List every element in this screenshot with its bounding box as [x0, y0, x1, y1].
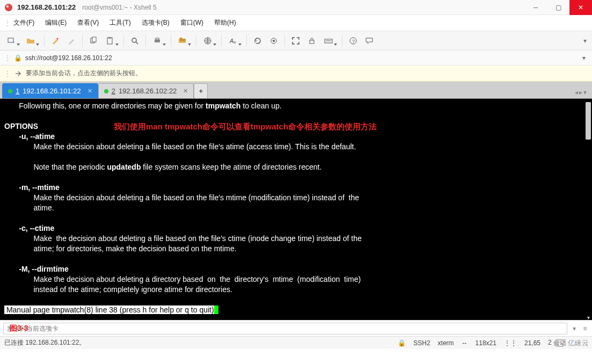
paste-button[interactable] [102, 33, 120, 48]
lock-button[interactable] [304, 33, 319, 48]
svg-point-0 [5, 4, 12, 11]
address-text[interactable]: ssh://root@192.168.26.101:22 [25, 54, 577, 62]
new-session-icon: + [7, 37, 16, 45]
tab-label: 192.168.26.101:22 [23, 87, 81, 95]
status-dot-icon [104, 89, 108, 93]
tab-list-icon[interactable]: ▾ [583, 89, 587, 96]
send-input[interactable] [3, 323, 567, 334]
status-position: 21,65 [524, 339, 540, 347]
disconnect-button[interactable] [64, 33, 79, 48]
connect-button[interactable] [48, 33, 63, 48]
menu-view[interactable]: 查看(V) [73, 16, 103, 30]
search-icon [130, 37, 139, 45]
target-icon [269, 37, 278, 45]
find-button[interactable] [127, 33, 142, 48]
status-protocol: SSH2 [413, 339, 430, 347]
keyboard-button[interactable] [320, 33, 339, 48]
svg-rect-6 [92, 37, 96, 42]
refresh-button[interactable] [250, 33, 265, 48]
svg-point-9 [132, 38, 136, 42]
tab-close-icon[interactable]: ✕ [87, 88, 92, 94]
address-dropdown[interactable]: ▾ [580, 54, 588, 62]
man-status-line: Manual page tmpwatch(8) line 38 (press h… [4, 305, 214, 314]
svg-rect-11 [155, 40, 160, 42]
svg-rect-8 [108, 37, 111, 39]
svg-rect-12 [156, 38, 159, 40]
paste-icon [106, 37, 114, 45]
copy-icon [89, 37, 98, 45]
folders-icon [178, 37, 187, 45]
minimize-button[interactable]: ─ [524, 0, 547, 15]
svg-point-17 [273, 40, 275, 42]
hint-text: 要添加当前会话，点击左侧的箭头按钮。 [26, 69, 142, 78]
status-dot-icon [8, 89, 12, 93]
terminal[interactable]: ▾ 我们使用man tmpwatch命令可以查看tmpwatch命令相关参数的使… [0, 99, 592, 320]
menu-bar: ⋮ 文件(F) 编辑(E) 查看(V) 工具(T) 选项卡(B) 窗口(W) 帮… [0, 15, 592, 31]
transfer-button[interactable] [174, 33, 193, 48]
svg-point-1 [6, 5, 9, 8]
address-bar: ⋮ 🔒 ssh://root@192.168.26.101:22 ▾ [0, 50, 592, 65]
status-size: 118x21 [476, 339, 496, 347]
svg-text:?: ? [352, 39, 355, 44]
menu-tabs[interactable]: 选项卡(B) [137, 16, 174, 30]
input-row: 图3-3 ▾ ≡ [0, 320, 592, 336]
tab-num: 1 [16, 87, 19, 95]
tab-close-icon[interactable]: ✕ [183, 88, 188, 94]
pos-icon: ⋮⋮ [504, 339, 517, 347]
chat-button[interactable] [362, 33, 377, 48]
print-button[interactable] [149, 33, 167, 48]
tab-label: 192.168.26.102:22 [119, 87, 177, 95]
open-button[interactable] [23, 33, 41, 48]
svg-line-10 [136, 42, 138, 44]
printer-icon [153, 37, 162, 45]
help-button[interactable]: ? [346, 33, 361, 48]
session-tab-2[interactable]: 2 192.168.26.102:22 ✕ [98, 83, 194, 98]
globe-icon [203, 37, 212, 45]
target-button[interactable] [266, 33, 281, 48]
svg-point-4 [57, 38, 59, 39]
grip-icon: ⋮ [4, 19, 7, 27]
session-tab-1[interactable]: 1 192.168.26.101:22 ✕ [2, 83, 98, 98]
tab-bar: 1 192.168.26.101:22 ✕ 2 192.168.26.102:2… [0, 82, 592, 99]
hint-bar: ⋮ 要添加当前会话，点击左侧的箭头按钮。 [0, 65, 592, 82]
scrollbar-thumb[interactable] [586, 102, 591, 140]
menu-tools[interactable]: 工具(T) [105, 16, 135, 30]
close-button[interactable]: ✕ [569, 0, 592, 15]
maximize-button[interactable]: ▢ [547, 0, 569, 15]
globe-button[interactable] [200, 33, 218, 48]
lock-icon [308, 37, 316, 45]
app-icon [4, 3, 13, 12]
toolbar: + Aa ? ▾ [0, 31, 592, 50]
menu-edit[interactable]: 编辑(E) [41, 16, 71, 30]
input-dropdown[interactable]: ▾ [571, 325, 578, 332]
status-bar: 已连接 192.168.26.101:22。 🔒 SSH2 xterm ↔ 11… [0, 336, 592, 349]
arrow-add-icon[interactable] [14, 69, 23, 78]
wand-off-icon [67, 37, 76, 45]
new-session-button[interactable]: + [3, 33, 21, 48]
copy-button[interactable] [86, 33, 101, 48]
keyboard-icon [324, 37, 333, 45]
chat-icon [365, 37, 374, 45]
fullscreen-button[interactable] [288, 33, 303, 48]
menu-window[interactable]: 窗口(W) [176, 16, 208, 30]
new-tab-button[interactable]: + [194, 83, 208, 98]
menu-file[interactable]: 文件(F) [9, 16, 39, 30]
annotation-text: 我们使用man tmpwatch命令可以查看tmpwatch命令相关参数的使用方… [114, 121, 377, 132]
toolbar-overflow[interactable]: ▾ [581, 37, 589, 45]
wand-icon [51, 37, 60, 45]
grip-icon: ⋮ [4, 70, 11, 77]
status-lock-icon: 🔒 [398, 339, 406, 347]
lock-icon: 🔒 [14, 54, 22, 62]
cursor [214, 305, 218, 314]
title-bar: 192.168.26.101:22 root@vms001:~ - Xshell… [0, 0, 592, 15]
scroll-down-icon[interactable]: ▾ [586, 312, 591, 318]
folder-icon [26, 37, 35, 45]
terminal-output: Following this, one or more directories … [4, 101, 588, 315]
font-button[interactable]: Aa [225, 33, 243, 48]
input-menu-icon[interactable]: ≡ [581, 325, 589, 332]
svg-text:a: a [233, 40, 236, 45]
title-host: 192.168.26.101:22 [17, 3, 76, 11]
tab-prev-icon[interactable]: ◂ [575, 89, 578, 96]
menu-help[interactable]: 帮助(H) [210, 16, 240, 30]
tab-next-icon[interactable]: ▸ [579, 89, 582, 96]
